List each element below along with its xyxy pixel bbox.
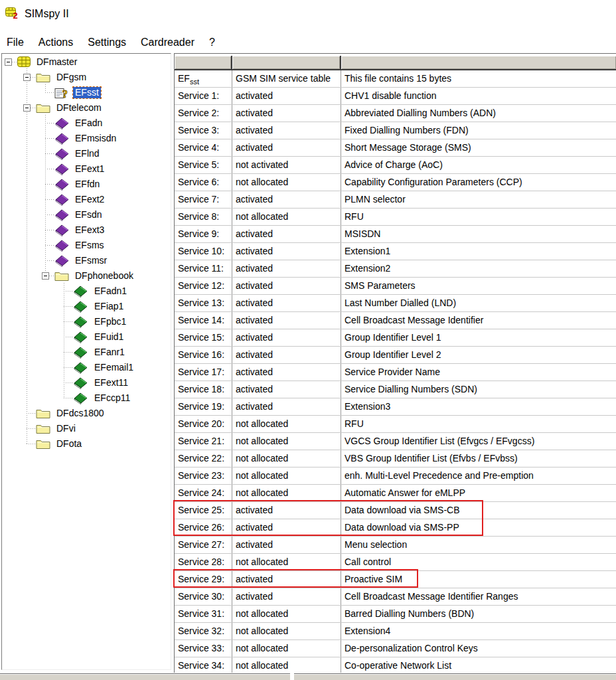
table-row-service-8[interactable]: Service 8: not allocated RFU [175,209,616,226]
tree-item-label[interactable]: DFota [54,438,84,450]
tree-item-label[interactable]: EFfdn [73,179,102,190]
status-cell: not allocated [232,468,341,484]
tree-item-label[interactable]: EFext11 [92,377,130,388]
tree-item-label[interactable]: EFiap1 [92,301,125,312]
table-row-service-23[interactable]: Service 23: not allocated enh. Multi-Lev… [175,468,616,485]
table-row-service-21[interactable]: Service 21: not allocated VGCS Group Ide… [175,433,616,450]
tree-item-label[interactable]: EFlnd [73,148,102,159]
table-row-service-34[interactable]: Service 34: not allocated Co-operative N… [175,657,616,673]
status-cell: activated [232,191,341,208]
service-cell: Service 3: [175,122,232,139]
purple-book-icon [54,255,69,267]
tree-item-label[interactable]: DFmaster [35,56,79,68]
table-row-service-16[interactable]: Service 16: activated Group Identifier L… [175,347,616,364]
table-row-service-33[interactable]: Service 33: not allocated De-personaliza… [175,640,616,657]
menu-item-help[interactable]: ? [209,37,215,48]
tree-item-label[interactable]: DFtelecom [54,102,104,114]
tree-item-label[interactable]: EFext2 [73,194,106,205]
menu-item-settings[interactable]: Settings [88,37,126,48]
table-row-service-13[interactable]: Service 13: activated Last Number Dialle… [175,295,616,312]
table-row-service-9[interactable]: Service 9: activated MSISDN [175,226,616,243]
table-row-service-25[interactable]: Service 25: activated Data download via … [175,502,616,519]
table-row-service-28[interactable]: Service 28: not allocated Call control [175,554,616,571]
tree-expander-minus[interactable] [23,74,31,81]
table-header-col2[interactable] [232,56,341,69]
status-cell: not allocated [232,606,341,622]
tree-item-label[interactable]: EFext3 [73,224,106,236]
table-row-service-15[interactable]: Service 15: activated Group Identifier L… [175,329,616,347]
table-row-service-3[interactable]: Service 3: activated Fixed Dialling Numb… [175,122,616,139]
table-header-col3[interactable] [341,56,616,69]
table-row-service-18[interactable]: Service 18: activated Service Dialling N… [175,381,616,398]
table-row-service-10[interactable]: Service 10: activated Extension1 [175,243,616,260]
description-cell: Proactive SIM [341,571,616,588]
tree-connector-stub [45,199,54,200]
table-row-service-11[interactable]: Service 11: activated Extension2 [175,260,616,278]
table-row-service-20[interactable]: Service 20: not allocated RFU [175,416,616,433]
table-row-service-14[interactable]: Service 14: activated Cell Broadcast Mes… [175,312,616,329]
table-row-service-26[interactable]: Service 26: activated Data download via … [175,519,616,537]
tree-expander-minus[interactable] [5,58,12,66]
service-cell: Service 27: [175,537,232,553]
menu-item-file[interactable]: File [7,37,24,48]
tree-expander-minus[interactable] [23,104,31,112]
purple-book-icon [54,194,69,206]
table-row-service-12[interactable]: Service 12: activated SMS Parameters [175,278,616,295]
tree-item-efuid1: EFuid1 [2,329,171,345]
menu-bar: FileActionsSettingsCardreader? [0,33,616,51]
status-cell: activated [232,260,341,277]
description-cell: Menu selection [341,537,616,553]
table-row-service-24[interactable]: Service 24: not allocated Automatic Answ… [175,485,616,502]
tree-item-label[interactable]: EFsst [73,87,101,98]
table-row-service-31[interactable]: Service 31: not allocated Barred Diallin… [175,606,616,623]
tree-item-label[interactable]: EFuid1 [92,331,125,343]
table-header-col1[interactable] [175,56,232,69]
service-cell: Service 4: [175,139,232,156]
table-row-service-6[interactable]: Service 6: not allocated Capability Conf… [175,174,616,191]
table-row-service-22[interactable]: Service 22: not allocated VBS Group Iden… [175,450,616,468]
tree-expander-minus[interactable] [42,272,49,280]
tree-item-label[interactable]: DFphonebook [73,270,135,282]
table-row-service-2[interactable]: Service 2: activated Abbreviated Diallin… [175,105,616,122]
menu-item-actions[interactable]: Actions [38,37,73,48]
description-cell: RFU [341,416,616,432]
tree-item-efadn1: EFadn1 [2,284,171,299]
tree-item-label[interactable]: EFmsisdn [73,133,118,144]
service-cell: Service 30: [175,588,232,605]
table-row-service-27[interactable]: Service 27: activated Menu selection [175,537,616,554]
table-row-service-5[interactable]: Service 5: not activated Advice of Charg… [175,157,616,174]
folder-icon [54,270,69,282]
tree-item-label[interactable]: DFvi [54,423,78,434]
table-row-service-30[interactable]: Service 30: activated Cell Broadcast Mes… [175,588,616,606]
table-row-service-29[interactable]: Service 29: activated Proactive SIM [175,571,616,588]
tree-item-label[interactable]: EFanr1 [92,347,127,358]
tree-connector-stub [64,337,73,337]
description-cell: Extension3 [341,398,616,415]
tree-connector-stub [64,382,73,383]
tree-item-label[interactable]: EFsms [73,240,106,251]
tree-item-label[interactable]: DFgsm [54,72,88,83]
description-cell: CHV1 disable function [341,88,616,104]
tree-item-label[interactable]: EFsdn [73,209,104,220]
table-row-service-4[interactable]: Service 4: activated Short Message Stora… [175,139,616,157]
status-cell: activated [232,278,341,294]
tree-item-label[interactable]: EFsmsr [73,255,109,266]
table-row-service-17[interactable]: Service 17: activated Service Provider N… [175,364,616,381]
tree-item-label[interactable]: EFext1 [73,163,106,175]
tree-item-label[interactable]: EFadn [73,118,104,129]
tree-item-efext11: EFext11 [2,375,171,390]
table-row-service-19[interactable]: Service 19: activated Extension3 [175,398,616,416]
table-row-ef-sst[interactable]: EFsst GSM SIM service table This file co… [175,70,616,88]
service-cell: Service 8: [175,209,232,225]
status-cell: activated [232,519,341,536]
tree-item-label[interactable]: EFemail1 [92,362,135,373]
table-row-service-32[interactable]: Service 32: not allocated Extension4 [175,623,616,640]
tree-item-label[interactable]: EFccp11 [92,392,132,404]
tree-item-label[interactable]: EFpbc1 [92,316,128,327]
menu-item-cardreader[interactable]: Cardreader [141,37,194,48]
tree-item-label[interactable]: DFdcs1800 [54,408,106,419]
folder-icon [36,423,50,434]
table-row-service-7[interactable]: Service 7: activated PLMN selector [175,191,616,209]
tree-item-label[interactable]: EFadn1 [92,286,129,297]
table-row-service-1[interactable]: Service 1: activated CHV1 disable functi… [175,88,616,105]
